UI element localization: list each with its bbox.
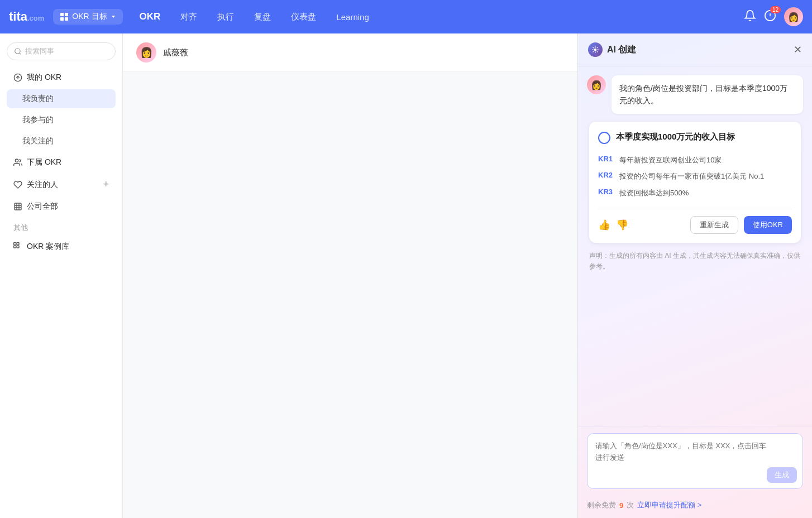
content-user-avatar: 👩 — [136, 42, 156, 63]
kr2-label: KR2 — [598, 171, 615, 179]
okr-result-card: 本季度实现1000万元的收入目标 KR1 每年新投资互联网创业公司10家 KR2… — [589, 122, 801, 243]
ai-icon — [588, 42, 603, 57]
participated-label: 我参与的 — [22, 115, 54, 125]
sidebar-item-followed[interactable]: 我关注的 — [7, 132, 116, 151]
svg-rect-0 — [60, 13, 64, 16]
followed-people-label: 关注的人 — [27, 180, 58, 190]
footer-prefix: 剩余免费 — [587, 500, 616, 510]
content-body — [123, 72, 577, 517]
ai-panel: AI 创建 ✕ 👩 我的角色/岗位是投资部门，目标是本季度1000万元的收入。 … — [577, 33, 812, 518]
sidebar-item-participated[interactable]: 我参与的 — [7, 111, 116, 130]
subordinate-label: 下属 OKR — [27, 157, 61, 167]
ai-input-box: 生成 — [587, 433, 803, 489]
kr-row-2: KR2 投资的公司每年有一家市值突破1亿美元 No.1 — [598, 168, 792, 185]
ai-prompt-input[interactable] — [595, 440, 795, 479]
followed-label: 我关注的 — [22, 136, 54, 146]
alerts-button[interactable]: 12 — [764, 9, 776, 25]
sidebar-item-my-okr[interactable]: 我的 OKR — [7, 68, 116, 87]
nav-item-okr[interactable]: OKR — [132, 8, 169, 26]
kr-row-3: KR3 投资回报率达到500% — [598, 185, 792, 202]
svg-line-8 — [20, 53, 21, 55]
heart-icon — [13, 180, 22, 189]
user-message-bubble: 我的角色/岗位是投资部门，目标是本季度1000万元的收入。 — [612, 75, 803, 114]
content-header: 👩 戚薇薇 — [123, 33, 577, 72]
thumbs-down-button[interactable]: 👎 — [616, 219, 628, 231]
target-icon — [13, 73, 22, 82]
svg-rect-3 — [65, 17, 68, 21]
svg-rect-2 — [60, 17, 64, 21]
okr-objective: 本季度实现1000万元的收入目标 — [598, 131, 792, 144]
svg-rect-13 — [14, 243, 16, 245]
bell-icon — [744, 9, 756, 22]
nav-item-align[interactable]: 对齐 — [173, 8, 205, 26]
ai-generate-button[interactable]: 生成 — [767, 467, 797, 483]
sidebar-item-responsible[interactable]: 我负责的 — [7, 89, 116, 108]
svg-point-17 — [594, 49, 597, 51]
regenerate-button[interactable]: 重新生成 — [690, 216, 738, 234]
responsible-label: 我负责的 — [22, 94, 54, 104]
library-icon — [13, 242, 22, 251]
sidebar-item-company[interactable]: 公司全部 — [7, 197, 116, 216]
grid-icon — [60, 12, 69, 21]
footer-unit: 次 — [627, 500, 634, 510]
kr1-label: KR1 — [598, 155, 615, 163]
add-followed-people-button[interactable]: + — [103, 179, 109, 190]
ai-title-text: AI 创建 — [607, 44, 636, 56]
notification-bell-button[interactable] — [744, 9, 756, 25]
svg-rect-1 — [65, 13, 68, 16]
logo-suffix: .com — [27, 14, 44, 22]
feedback-buttons: 👍 👎 — [598, 219, 628, 231]
nav-item-execute[interactable]: 执行 — [209, 8, 242, 26]
okr-card-footer: 👍 👎 重新生成 使用OKR — [598, 209, 792, 234]
thumbs-up-button[interactable]: 👍 — [598, 219, 610, 231]
search-icon — [14, 47, 22, 55]
svg-point-7 — [15, 49, 20, 54]
content-username: 戚薇薇 — [163, 47, 188, 58]
search-input-wrapper[interactable]: 搜索同事 — [7, 42, 116, 60]
okr-action-buttons: 重新生成 使用OKR — [690, 216, 792, 234]
kr3-label: KR3 — [598, 188, 615, 196]
ai-chat-area: 👩 我的角色/岗位是投资部门，目标是本季度1000万元的收入。 本季度实现100… — [578, 66, 812, 426]
upgrade-quota-link[interactable]: 立即申请提升配额 > — [637, 500, 701, 510]
sidebar-item-subordinate[interactable]: 下属 OKR — [7, 153, 116, 172]
building-icon — [13, 202, 22, 211]
logo[interactable]: tita.com — [9, 9, 44, 24]
user-avatar[interactable]: 👩 — [784, 7, 803, 26]
content-area: 👩 戚薇薇 — [123, 33, 577, 518]
sidebar-item-case-library[interactable]: OKR 案例库 — [7, 237, 116, 256]
svg-point-11 — [15, 159, 18, 162]
case-library-label: OKR 案例库 — [27, 242, 69, 252]
ai-panel-close-button[interactable]: ✕ — [794, 45, 802, 55]
svg-rect-14 — [17, 243, 19, 245]
search-placeholder: 搜索同事 — [25, 46, 54, 56]
user-message-avatar: 👩 — [587, 75, 606, 94]
company-label: 公司全部 — [27, 202, 58, 212]
svg-rect-16 — [17, 246, 19, 248]
footer-count: 9 — [619, 501, 623, 510]
objective-icon — [598, 132, 610, 144]
okr-dropdown-label: OKR 目标 — [72, 12, 107, 22]
main-layout: 搜索同事 我的 OKR 我负责的 我参与的 我关注的 — [0, 33, 812, 518]
svg-rect-15 — [14, 246, 16, 248]
ai-disclaimer: 声明：生成的所有内容由 AI 生成，其生成内容无法确保真实准确，仅供参考。 — [587, 251, 803, 272]
use-okr-button[interactable]: 使用OKR — [744, 216, 792, 234]
sidebar: 搜索同事 我的 OKR 我负责的 我参与的 我关注的 — [0, 33, 123, 518]
okr-dropdown[interactable]: OKR 目标 — [53, 9, 122, 25]
kr3-text: 投资回报率达到500% — [619, 188, 689, 199]
objective-text: 本季度实现1000万元的收入目标 — [616, 131, 735, 143]
nav-item-dashboard[interactable]: 仪表盘 — [283, 8, 324, 26]
hierarchy-icon — [13, 158, 22, 167]
kr2-text: 投资的公司每年有一家市值突破1亿美元 No.1 — [619, 171, 764, 182]
kr-row-1: KR1 每年新投资互联网创业公司10家 — [598, 152, 792, 169]
svg-rect-12 — [15, 203, 21, 210]
notification-badge: 12 — [770, 6, 781, 13]
ai-panel-header: AI 创建 ✕ — [578, 33, 812, 66]
nav-right-area: 12 👩 — [744, 7, 803, 26]
kr1-text: 每年新投资互联网创业公司10家 — [619, 155, 722, 166]
top-navigation: tita.com OKR 目标 OKR 对齐 执行 复盘 仪表盘 Learnin… — [0, 0, 812, 33]
nav-item-review[interactable]: 复盘 — [246, 8, 279, 26]
ai-input-area: 生成 — [578, 426, 812, 496]
sidebar-item-followed-people[interactable]: 关注的人 + — [7, 174, 116, 195]
nav-item-learning[interactable]: Learning — [328, 9, 376, 25]
chevron-down-icon — [111, 14, 116, 20]
